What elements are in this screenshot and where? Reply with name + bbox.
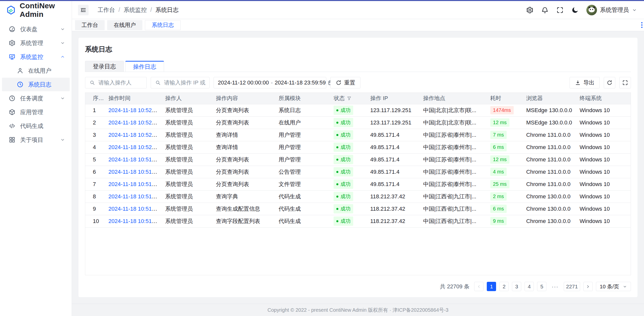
status-badge: 成功 [334,130,353,140]
duration-badge: 7 ms [490,131,507,139]
log-tab-操作日志[interactable]: 操作日志 [125,61,164,72]
ip-search-input[interactable] [164,79,205,86]
log-time-link[interactable]: 2024-11-18 10:51:52 [108,181,159,187]
cell-browser: Chrome 130.0.0.0 [523,215,576,227]
chevron-right-icon [586,284,590,289]
cell-module: 用户管理 [275,141,330,153]
operator-search-field[interactable] [85,77,147,88]
col-os: 终端系统 [576,93,631,104]
cell-module: 代码生成 [275,190,330,203]
download-icon [575,80,581,86]
pagination-page-3[interactable]: 3 [512,282,521,291]
cell-os: Windows 10 [576,116,631,129]
refresh-table-button[interactable] [604,77,615,88]
table-row: 52024-11-18 10:51:55系统管理员分页查询列表用户管理成功49.… [85,153,631,166]
log-time-link[interactable]: 2024-11-18 10:52:55 [108,107,159,113]
pagination-ellipsis[interactable]: ··· [550,282,560,291]
log-time-link[interactable]: 2024-11-18 10:52:12 [108,132,159,138]
log-time-link[interactable]: 2024-11-18 10:51:49 [108,206,159,212]
cell-module: 代码生成 [275,215,330,227]
filter-funnel-icon[interactable] [347,96,352,101]
breadcrumb-item[interactable]: 系统监控 [124,6,147,14]
log-time-link[interactable]: 2024-11-18 10:51:55 [108,156,159,163]
refresh-icon [336,80,342,86]
log-time-link[interactable]: 2024-11-18 10:52:05 [108,144,159,150]
cell-browser: Chrome 131.0.0.0 [523,178,576,190]
pagination-page-5[interactable]: 5 [537,282,546,291]
tab-actions-icon[interactable] [641,22,642,28]
app-logo[interactable]: ContiNew Admin [0,1,72,19]
table-fullscreen-button[interactable] [619,77,631,88]
export-button[interactable]: 导出 [570,77,600,88]
sidebar-item-task-schedule[interactable]: 任务调度 [2,92,70,105]
cell-operator: 系统管理员 [162,178,213,190]
pagination-prev-button[interactable] [474,282,484,291]
duration-badge: 4 ms [490,168,507,176]
status-label: 成功 [340,168,350,175]
settings-icon[interactable] [526,6,534,14]
duration-badge: 1474ms [490,106,514,114]
pagination-page-4[interactable]: 4 [525,282,534,291]
dark-mode-icon[interactable] [571,6,579,14]
status-label: 成功 [340,119,350,126]
log-time-link[interactable]: 2024-11-18 10:51:53 [108,169,159,175]
col-duration: 耗时 [487,93,523,104]
cell-browser: Chrome 131.0.0.0 [523,166,576,178]
sidebar-item-system-management[interactable]: 系统管理 [2,36,70,50]
breadcrumb-separator: / [150,7,152,13]
date-end-value[interactable]: 2024-11-18 23:59:59 [275,79,326,86]
cell-time: 2024-11-18 10:51:52 [105,178,162,190]
pagination-page-1[interactable]: 1 [487,282,496,291]
monitor-icon [9,53,16,60]
cell-time: 2024-11-18 10:52:55 [105,104,162,116]
app-root: ContiNew Admin 仪表盘系统管理系统监控在线用户系统日志任务调度应用… [0,1,644,316]
sidebar-item-system-log[interactable]: 系统日志 [2,78,70,91]
notifications-icon[interactable] [541,6,549,14]
cell-status: 成功 [330,104,367,116]
reset-button[interactable]: 重置 [330,77,360,88]
cell-os: Windows 10 [576,215,631,227]
cell-browser: Chrome 130.0.0.0 [523,203,576,215]
pagination-page-2[interactable]: 2 [499,282,509,291]
cell-operator: 系统管理员 [162,203,213,215]
user-menu[interactable]: 系统管理员 [586,5,637,15]
top-tab-在线用户[interactable]: 在线用户 [107,20,142,30]
page-title: 系统日志 [85,45,631,54]
cell-location: 中国|江西省|九江市|... [420,203,487,215]
sidebar-item-system-monitor[interactable]: 系统监控 [2,50,70,64]
status-badge: 成功 [334,106,353,115]
log-time-link[interactable]: 2024-11-18 10:51:50 [108,193,159,200]
log-time-link[interactable]: 2024-11-18 10:52:47 [108,119,159,126]
sidebar-menu: 仪表盘系统管理系统监控在线用户系统日志任务调度应用管理代码生成关于项目 [0,19,72,147]
top-tab-工作台[interactable]: 工作台 [75,20,105,30]
sidebar-item-about-project[interactable]: 关于项目 [2,133,70,147]
fullscreen-icon[interactable] [556,6,564,14]
log-time-link[interactable]: 2024-11-18 10:51:49 [108,218,159,224]
operator-search-input[interactable] [98,79,142,86]
page-size-select[interactable]: 10 条/页 [596,282,631,291]
log-tab-登录日志[interactable]: 登录日志 [85,61,124,72]
pagination-page-2271[interactable]: 2271 [564,282,580,291]
breadcrumb-item[interactable]: 工作台 [98,6,115,14]
col-status-label: 状态 [334,95,345,102]
sidebar-item-code-generation[interactable]: 代码生成 [2,119,70,133]
cell-duration: 4 ms [487,166,523,178]
date-range-picker[interactable]: 2024-11-12 00:00:00 - 2024-11-18 23:59:5… [214,77,326,88]
header-actions: 系统管理员 [526,5,637,15]
copyright-text: Copyright © 2022 - present ContiNew Admi… [267,307,449,313]
cell-operator: 系统管理员 [162,166,213,178]
cell-content: 查询详情 [212,129,275,141]
top-tab-系统日志[interactable]: 系统日志 [145,20,181,30]
date-start-value[interactable]: 2024-11-12 00:00:00 [218,79,269,86]
log-type-tabs: 登录日志操作日志 [85,61,631,72]
sidebar-collapse-button[interactable] [78,5,89,15]
sidebar-item-online-users[interactable]: 在线用户 [2,64,70,77]
sidebar-item-dashboard[interactable]: 仪表盘 [2,22,70,36]
sidebar-item-label: 系统日志 [28,81,65,88]
cell-location: 中国|江西省|九江市|... [420,215,487,227]
sidebar-item-app-management[interactable]: 应用管理 [2,105,70,119]
pagination-next-button[interactable] [583,282,593,291]
ip-search-field[interactable] [151,77,210,88]
cell-index: 8 [85,190,105,203]
user-name: 系统管理员 [600,6,629,14]
